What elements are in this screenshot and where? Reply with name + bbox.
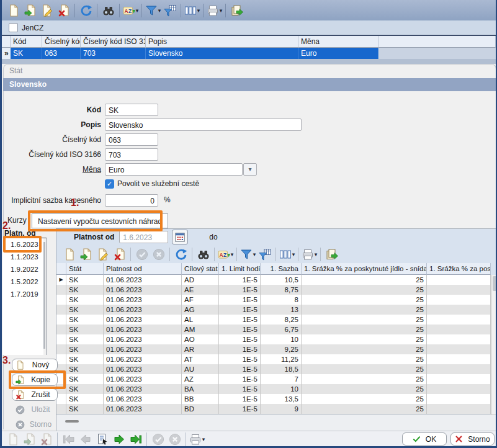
cell[interactable]	[427, 305, 491, 315]
cell[interactable]: AR	[182, 344, 219, 354]
columns-rates-button[interactable]: ▾	[279, 246, 295, 263]
cell[interactable]: SK	[66, 404, 104, 414]
rates-hscroll-thumb[interactable]	[65, 420, 79, 423]
cell[interactable]: 25	[302, 404, 427, 414]
ciselny-kod-input[interactable]: 063	[105, 133, 158, 146]
cell[interactable]: 8	[261, 295, 302, 305]
cell[interactable]: AF	[182, 295, 219, 305]
cell[interactable]: AZ	[182, 374, 219, 384]
edit-rate-button[interactable]	[94, 246, 111, 263]
rates-vscrollbar[interactable]	[491, 275, 497, 414]
cell[interactable]: 10,5	[261, 275, 302, 285]
export-rates-button[interactable]	[323, 246, 340, 263]
cell[interactable]: BA	[182, 384, 219, 394]
cell[interactable]: SK	[66, 305, 104, 315]
cell[interactable]: SK	[66, 384, 104, 394]
cell[interactable]	[427, 334, 491, 344]
cell[interactable]: 01.06.2023	[104, 394, 182, 404]
validity-item[interactable]: 1.5.2022	[2, 276, 43, 288]
rates-hscrollbar[interactable]	[56, 414, 497, 431]
cell[interactable]	[427, 384, 491, 394]
cell[interactable]: AT	[182, 354, 219, 364]
new-record-button[interactable]	[5, 2, 22, 19]
cell[interactable]: 01.06.2023	[104, 295, 182, 305]
validity-item[interactable]: 1.9.2022	[2, 263, 43, 276]
sort-button[interactable]: ▾	[122, 2, 139, 19]
validity-item[interactable]: 1.1.2023	[2, 251, 43, 263]
iso-input[interactable]: 703	[105, 148, 158, 161]
cell[interactable]: 6,75	[261, 325, 302, 334]
jencz-checkbox[interactable]	[9, 23, 18, 32]
cell[interactable]: 8,25	[261, 315, 302, 325]
rate-row[interactable]: SK01.06.2023AE1E-58,7525	[56, 285, 491, 295]
copy-rate-button[interactable]	[78, 246, 94, 263]
cell[interactable]: 25	[302, 295, 427, 305]
sort-rates-button[interactable]: ▾	[217, 246, 234, 263]
cell[interactable]: 1E-5	[219, 364, 261, 374]
column-header[interactable]: 1. Limit hodin	[219, 263, 261, 275]
rate-row[interactable]: SK01.06.2023AR1E-59,2525	[56, 344, 491, 354]
copy-record-button[interactable]	[22, 2, 38, 19]
cell[interactable]: 25	[302, 384, 427, 394]
calendar-button[interactable]	[172, 230, 188, 244]
edit-record-button[interactable]	[38, 2, 55, 19]
rate-row[interactable]: SK01.06.2023AG1E-51325	[56, 305, 491, 315]
cell[interactable]: 9	[261, 404, 302, 414]
cell[interactable]: 25	[302, 364, 427, 374]
cell[interactable]: 25	[302, 374, 427, 384]
new-rate-button[interactable]	[61, 246, 78, 263]
cell[interactable]: 01.06.2023	[104, 344, 182, 354]
cell[interactable]: 063	[42, 48, 81, 60]
storno-button[interactable]: Storno	[450, 432, 495, 446]
cell[interactable]	[427, 394, 491, 404]
cell[interactable]: SK	[66, 295, 104, 305]
cell[interactable]: SK	[66, 334, 104, 344]
cell[interactable]: 25	[302, 344, 427, 354]
cell[interactable]	[427, 374, 491, 384]
platnost-od-input[interactable]: 1.6.2023	[119, 231, 168, 243]
find-button[interactable]	[100, 2, 117, 19]
cell[interactable]: 25	[302, 305, 427, 315]
cell[interactable]: 1E-5	[219, 275, 261, 285]
print-bottom-button[interactable]: ▾	[189, 431, 205, 448]
cell[interactable]: 1E-5	[219, 295, 261, 305]
allow-trip-checkbox[interactable]: ✓	[105, 179, 114, 189]
filter-designer-button[interactable]	[161, 2, 178, 19]
cell[interactable]: 25	[302, 394, 427, 404]
mena-label[interactable]: Měna	[2, 163, 101, 176]
rate-row[interactable]: SK01.06.2023BD1E-5925	[56, 404, 491, 414]
rates-grid[interactable]: StátPlatnost odCílový stat1. Limit hodin…	[56, 263, 491, 414]
novy-button[interactable]: Nový	[12, 359, 58, 371]
column-header[interactable]: Platnost od	[104, 263, 182, 275]
cell[interactable]: SK	[66, 344, 104, 354]
cell[interactable]: 01.06.2023	[104, 384, 182, 394]
ok-button[interactable]: OK	[402, 432, 447, 446]
cell[interactable]	[427, 354, 491, 364]
column-header[interactable]: Měna	[298, 36, 378, 48]
cell[interactable]: 1E-5	[219, 404, 261, 414]
tab-nastaveni[interactable]: Nastavení vypočtu cestovních náhrad	[32, 213, 168, 228]
validity-list[interactable]: 1.6.20231.1.20231.9.20221.5.20221.7.2019	[2, 238, 43, 355]
cell[interactable]: 25	[302, 334, 427, 344]
rate-row[interactable]: SK01.06.2023BA1E-51025	[56, 384, 491, 394]
rate-row[interactable]: SK01.06.2023AL1E-58,2525	[56, 315, 491, 325]
rate-row[interactable]: ▶SK01.06.2023AD1E-510,525	[56, 275, 491, 285]
cell[interactable]: 01.06.2023	[104, 285, 182, 295]
rate-row[interactable]: SK01.06.2023AM1E-56,7525	[56, 325, 491, 334]
filter-rates-button[interactable]: ▾	[240, 246, 256, 263]
cell[interactable]: Euro	[298, 48, 378, 60]
cell[interactable]: 703	[81, 48, 146, 60]
cell[interactable]: SK	[66, 364, 104, 374]
cell[interactable]: 25	[302, 275, 427, 285]
rate-row[interactable]: SK01.06.2023AT1E-511,2525	[56, 354, 491, 364]
cell[interactable]: 01.06.2023	[104, 364, 182, 374]
mena-dropdown-button[interactable]: ▾	[243, 163, 257, 176]
cell[interactable]: 01.06.2023	[104, 334, 182, 344]
cell[interactable]: AO	[182, 334, 219, 344]
cell[interactable]: SK	[66, 315, 104, 325]
rate-row[interactable]: SK01.06.2023AF1E-5825	[56, 295, 491, 305]
cell[interactable]: 1E-5	[219, 315, 261, 325]
cell[interactable]: AE	[182, 285, 219, 295]
record-indicator[interactable]	[94, 431, 110, 448]
validity-scrollbar[interactable]	[43, 242, 45, 349]
